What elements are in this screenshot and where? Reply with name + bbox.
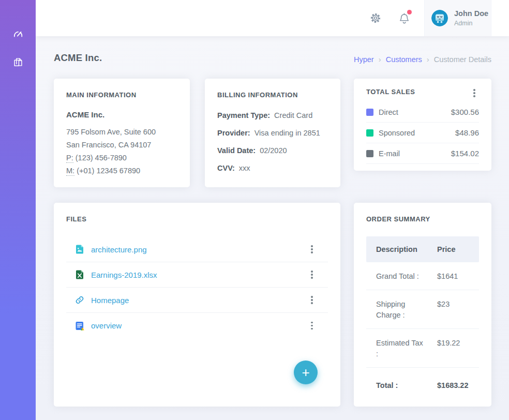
notification-dot (407, 10, 412, 14)
files-card: FILES architecture.png Earnings-20 (54, 203, 340, 407)
billing-information-card: BILLING INFORMATION Payment Type:Credit … (205, 79, 340, 187)
column-price: Price (437, 245, 479, 253)
breadcrumb-separator: › (379, 55, 381, 64)
file-menu-button[interactable] (307, 295, 317, 305)
sales-row-direct: Direct $300.56 (366, 102, 479, 123)
column-description: Description (366, 245, 437, 253)
legend-square-sponsored (366, 129, 373, 137)
sales-row-sponsored: Sponsored $48.96 (366, 123, 479, 143)
avatar (431, 10, 448, 26)
robot-avatar-icon (431, 10, 448, 26)
total-sales-menu-button[interactable] (470, 88, 479, 98)
image-file-icon (74, 244, 85, 254)
app-canvas: John Doe Admin ACME Inc. Hyper › Custome… (0, 0, 509, 420)
top-header: John Doe Admin (36, 0, 509, 36)
breadcrumb-current: Customer Details (434, 55, 491, 64)
file-menu-button[interactable] (307, 321, 317, 331)
file-menu-button[interactable] (307, 269, 317, 280)
kebab-menu-icon (311, 325, 312, 326)
order-summary-table: Description Price Grand Total : $1641 Sh… (366, 236, 479, 399)
file-list: architecture.png Earnings-2019.xlsx Home… (66, 237, 328, 338)
file-link[interactable]: Homepage (91, 296, 129, 305)
billing-row-cvv: CVV:xxx (217, 164, 328, 172)
breadcrumb-separator: › (427, 55, 429, 64)
notifications-button[interactable] (394, 8, 414, 28)
phone-number: (123) 456-7890 (76, 154, 127, 162)
file-row-earnings: Earnings-2019.xlsx (66, 262, 328, 288)
address-line-1: 795 Folsom Ave, Suite 600 (66, 126, 177, 139)
main-information-title: MAIN INFORMATION (66, 91, 177, 99)
settings-button[interactable] (365, 8, 386, 28)
order-row-tax: Estimated Tax : $19.22 (366, 329, 479, 368)
kebab-menu-icon (311, 274, 312, 275)
file-link[interactable]: overview (91, 321, 122, 330)
order-summary-title: ORDER SUMMARY (366, 215, 479, 223)
total-sales-rows: Direct $300.56 Sponsored $48.96 E-mail $… (366, 102, 479, 164)
breadcrumb-customers[interactable]: Customers (386, 55, 422, 64)
excel-file-icon (74, 269, 85, 280)
gdoc-file-icon (74, 321, 85, 331)
plus-icon: + (302, 366, 309, 379)
main-information-card: MAIN INFORMATION ACME Inc. 795 Folsom Av… (54, 79, 190, 187)
file-row-overview: overview (66, 313, 328, 338)
file-link[interactable]: Earnings-2019.xlsx (91, 271, 157, 279)
legend-square-email (366, 150, 373, 157)
kebab-menu-icon (311, 248, 312, 250)
sales-row-email: E-mail $154.02 (366, 143, 479, 164)
company-name: ACME Inc. (66, 110, 177, 119)
sidebar-item-dashboard[interactable] (0, 24, 36, 45)
user-name: John Doe (454, 10, 488, 18)
breadcrumb-hyper[interactable]: Hyper (354, 55, 374, 64)
kebab-menu-icon (473, 92, 475, 94)
breadcrumb: Hyper › Customers › Customer Details (354, 55, 491, 64)
order-row-total: Total : $1683.22 (366, 368, 479, 399)
link-icon (74, 295, 85, 305)
file-row-homepage: Homepage (66, 288, 328, 313)
kebab-menu-icon (311, 299, 312, 301)
total-sales-title: TOTAL SALES (366, 88, 415, 96)
address-line-2: San Francisco, CA 94107 (66, 139, 177, 152)
file-menu-button[interactable] (307, 244, 317, 254)
phone-line: P: (123) 456-7890 (66, 152, 177, 164)
mobile-line: M: (+01) 12345 67890 (66, 164, 177, 177)
billing-rows: Payment Type:Credit Card Provider:Visa e… (217, 111, 328, 172)
sidebar (0, 0, 36, 420)
mobile-abbr: M: (66, 167, 74, 176)
mobile-number: (+01) 12345 67890 (77, 167, 140, 175)
file-row-architecture: architecture.png (66, 237, 328, 262)
add-file-button[interactable]: + (294, 361, 318, 384)
total-sales-card: TOTAL SALES Direct $300.56 Sponsored $48… (354, 79, 491, 171)
files-title: FILES (66, 215, 328, 223)
file-link[interactable]: architecture.png (91, 245, 147, 254)
phone-abbr: P: (66, 154, 73, 163)
billing-information-title: BILLING INFORMATION (217, 91, 328, 99)
billing-row-valid-date: Valid Date:02/2020 (217, 146, 328, 155)
billing-row-payment-type: Payment Type:Credit Card (217, 111, 328, 119)
order-row-shipping: Shipping Charge : $23 (366, 290, 479, 329)
order-summary-card: ORDER SUMMARY Description Price Grand To… (354, 203, 491, 407)
sidebar-item-pages[interactable] (0, 52, 36, 72)
gauge-icon (12, 28, 24, 41)
user-role: Admin (454, 20, 488, 27)
legend-square-direct (366, 109, 373, 116)
order-row-grand-total: Grand Total : $1641 (366, 262, 479, 290)
gear-icon (369, 12, 382, 24)
billing-row-provider: Provider:Visa ending in 2851 (217, 129, 328, 137)
user-menu[interactable]: John Doe Admin (424, 0, 491, 36)
company-address: 795 Folsom Ave, Suite 600 San Francisco,… (66, 126, 177, 177)
page-title: ACME Inc. (54, 52, 102, 64)
pages-icon (12, 56, 24, 68)
order-table-header: Description Price (366, 236, 479, 262)
